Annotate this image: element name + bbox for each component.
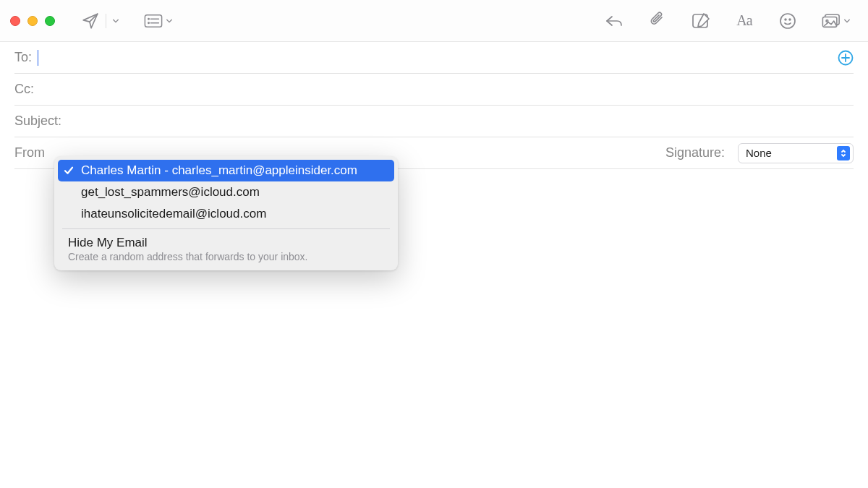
from-label: From	[14, 145, 45, 160]
window-minimize-icon[interactable]	[27, 16, 38, 26]
header-fields-button[interactable]	[138, 9, 179, 33]
subject-input[interactable]	[66, 106, 854, 137]
pencil-square-icon	[692, 12, 710, 30]
signature-select[interactable]: None	[738, 143, 854, 163]
cc-label: Cc:	[14, 82, 34, 97]
media-button[interactable]	[816, 9, 856, 33]
paperclip-icon	[648, 12, 667, 30]
text-format-icon: Aa	[735, 12, 754, 30]
toolbar: Aa	[0, 0, 868, 42]
reply-button[interactable]	[599, 9, 629, 33]
to-row[interactable]: To:	[14, 42, 854, 74]
from-dropdown: Charles Martin - charles_martin@appleins…	[54, 156, 398, 270]
chevron-down-icon	[843, 17, 851, 25]
checkmark-icon	[64, 166, 74, 176]
to-input[interactable]	[38, 42, 838, 73]
from-option[interactable]: get_lost_spammers@icloud.com	[58, 181, 394, 203]
add-recipient-button[interactable]	[838, 50, 854, 66]
from-option-label: get_lost_spammers@icloud.com	[81, 185, 260, 199]
paper-plane-icon	[81, 12, 100, 30]
chevron-down-icon	[112, 17, 119, 25]
send-button[interactable]	[75, 9, 106, 33]
photo-stack-icon	[822, 12, 841, 30]
cc-row[interactable]: Cc:	[14, 74, 854, 106]
to-label: To:	[14, 50, 32, 65]
svg-rect-0	[145, 14, 161, 27]
from-option[interactable]: ihateunsolicitedemail@icloud.com	[58, 203, 394, 225]
emoji-button[interactable]	[773, 9, 803, 33]
signature-group: Signature: None	[665, 143, 854, 163]
format-button[interactable]: Aa	[729, 9, 760, 33]
compose-fields: To: Cc: Subject: From Signature: None	[0, 42, 868, 169]
svg-point-6	[780, 14, 795, 28]
svg-point-1	[148, 18, 149, 19]
from-option-selected[interactable]: Charles Martin - charles_martin@appleins…	[58, 160, 394, 181]
window-close-icon[interactable]	[10, 16, 20, 26]
svg-point-7	[785, 19, 786, 20]
cc-input[interactable]	[38, 74, 854, 105]
markup-button[interactable]	[686, 9, 716, 33]
attach-button[interactable]	[642, 9, 673, 33]
signature-label: Signature:	[665, 145, 725, 160]
hide-my-email-option[interactable]: Hide My Email Create a random address th…	[58, 233, 394, 267]
chevron-down-icon	[166, 17, 173, 25]
dropdown-divider	[62, 228, 390, 229]
svg-point-3	[148, 22, 149, 23]
smiley-icon	[778, 12, 797, 30]
send-options-chevron[interactable]	[106, 14, 125, 27]
reply-arrow-icon	[605, 12, 624, 30]
hide-my-email-subtitle: Create a random address that forwards to…	[68, 251, 384, 262]
hide-my-email-title: Hide My Email	[68, 236, 384, 250]
list-bullet-rectangle-icon	[144, 12, 163, 30]
window-zoom-icon[interactable]	[45, 16, 55, 26]
svg-point-8	[789, 19, 791, 20]
window-traffic-lights	[10, 16, 55, 26]
subject-label: Subject:	[14, 114, 61, 129]
from-option-label: Charles Martin - charles_martin@appleins…	[81, 163, 357, 177]
subject-row[interactable]: Subject:	[14, 106, 854, 137]
from-option-label: ihateunsolicitedemail@icloud.com	[81, 207, 266, 221]
select-arrows-icon	[837, 146, 850, 160]
signature-value: None	[746, 147, 772, 159]
